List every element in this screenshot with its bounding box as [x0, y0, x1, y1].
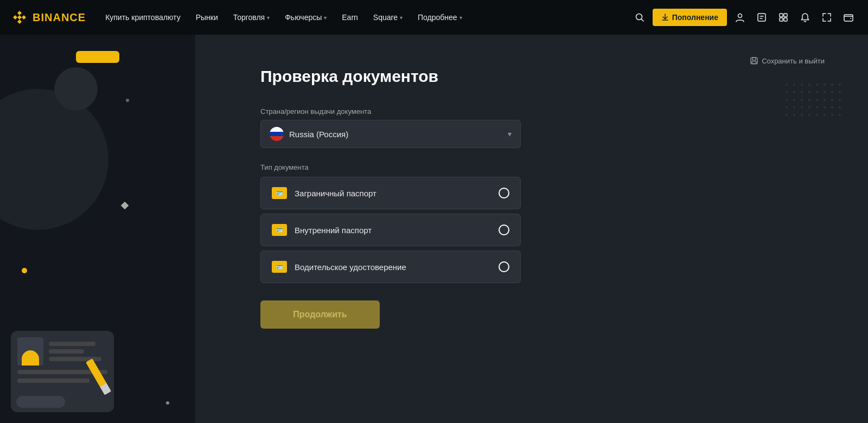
svg-marker-4 [17, 15, 22, 20]
save-exit-button[interactable]: Сохранить и выйти [750, 56, 825, 65]
svg-rect-12 [784, 14, 787, 17]
nav-trade[interactable]: Торговля ▾ [227, 9, 276, 26]
right-content: // Will be rendered by inline code below… [195, 35, 868, 423]
passport-foreign-icon: 🪪 [272, 187, 287, 199]
svg-rect-11 [780, 14, 783, 17]
left-panel [0, 35, 195, 423]
navbar: BINANCE Купить криптовалюту Рынки Торгов… [0, 0, 868, 35]
country-value: Russia (Россия) [289, 130, 348, 139]
doc-option-3-label: Водительское удостоверение [295, 262, 406, 272]
svg-marker-0 [17, 11, 22, 15]
navbar-right: Пополнение [631, 9, 857, 26]
svg-rect-14 [784, 18, 787, 21]
nav-square[interactable]: Square ▾ [367, 9, 409, 26]
form-section: Страна/регион выдачи документа Russia (Р… [260, 107, 521, 329]
chevron-down-icon: ▾ [267, 15, 270, 21]
expand-icon[interactable] [818, 9, 835, 26]
nav-more[interactable]: Подробнее ▾ [411, 9, 469, 26]
user-icon[interactable] [731, 9, 749, 26]
doc-photo [17, 337, 43, 366]
drivers-license-icon: 🪪 [272, 261, 287, 273]
doc-option-2-label: Внутренний паспорт [295, 226, 372, 235]
svg-line-6 [641, 20, 643, 22]
doc-type-label: Тип документа [260, 163, 521, 171]
svg-marker-1 [13, 15, 17, 20]
svg-rect-13 [780, 18, 783, 21]
doc-yellow-bar [76, 51, 119, 63]
wallet-icon[interactable] [840, 9, 857, 26]
svg-rect-8 [758, 14, 765, 21]
bg-circle-small [54, 67, 98, 111]
chevron-down-icon: ▾ [508, 130, 512, 138]
grid-icon[interactable] [775, 9, 792, 26]
svg-marker-3 [17, 20, 22, 24]
doc-option-passport-foreign[interactable]: 🪪 Заграничный паспорт [260, 177, 521, 209]
binance-logo-icon [11, 9, 28, 26]
orders-icon[interactable] [753, 9, 770, 26]
continue-button[interactable]: Продолжить [260, 300, 380, 329]
bg-circle-large [0, 89, 108, 230]
deposit-button[interactable]: Пополнение [653, 9, 727, 26]
search-icon[interactable] [631, 9, 648, 26]
page-title: Проверка документов [260, 67, 803, 86]
nav-markets[interactable]: Рынки [189, 9, 225, 26]
radio-drivers-license[interactable] [499, 261, 509, 272]
bottom-pill [16, 396, 65, 408]
svg-point-7 [738, 14, 742, 18]
radio-passport-foreign[interactable] [499, 188, 509, 198]
chevron-down-icon: ▾ [324, 15, 327, 21]
svg-rect-18 [752, 61, 756, 63]
main-layout: // Will be rendered by inline code below… [0, 35, 868, 423]
country-label: Страна/регион выдачи документа [260, 107, 521, 116]
doc-option-1-label: Заграничный паспорт [295, 189, 376, 198]
country-select[interactable]: Russia (Россия) ▾ [260, 120, 521, 148]
nav-buy[interactable]: Купить криптовалюту [99, 9, 187, 26]
logo[interactable]: BINANCE [11, 9, 86, 26]
nav-futures[interactable]: Фьючерсы ▾ [278, 9, 333, 26]
chevron-down-icon: ▾ [400, 15, 403, 21]
passport-internal-icon: 🪪 [272, 224, 287, 236]
download-icon [661, 14, 669, 21]
deco-dot-1 [126, 99, 129, 102]
svg-rect-15 [844, 15, 853, 21]
chevron-down-icon: ▾ [459, 15, 462, 21]
logo-text: BINANCE [33, 11, 86, 24]
radio-passport-internal[interactable] [499, 225, 509, 235]
nav-items: Купить криптовалюту Рынки Торговля ▾ Фью… [99, 9, 631, 26]
deco-dot-4 [166, 401, 169, 405]
bell-icon[interactable] [796, 9, 814, 26]
nav-earn[interactable]: Earn [335, 9, 365, 26]
doc-option-passport-internal[interactable]: 🪪 Внутренний паспорт [260, 214, 521, 246]
doc-option-drivers-license[interactable]: 🪪 Водительское удостоверение [260, 251, 521, 283]
svg-point-5 [636, 14, 642, 20]
save-icon [750, 56, 758, 65]
deco-dot-2 [21, 267, 28, 274]
svg-rect-17 [752, 57, 756, 60]
russia-flag [270, 127, 284, 141]
deco-dots-grid [786, 84, 841, 116]
svg-marker-2 [22, 15, 26, 20]
deco-diamond-2 [121, 202, 129, 209]
